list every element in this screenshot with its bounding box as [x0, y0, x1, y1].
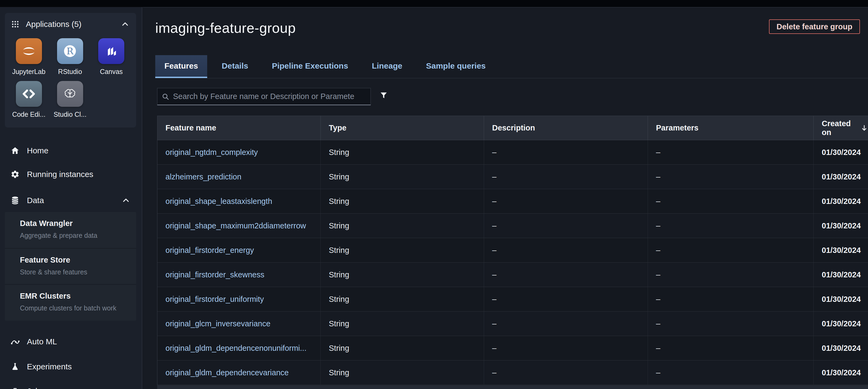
- sidebar-item-data-wrangler[interactable]: Data Wrangler Aggregate & prepare data: [5, 212, 136, 248]
- chevron-down-icon[interactable]: [122, 387, 130, 389]
- sidebar-item-auto-ml[interactable]: Auto ML: [0, 333, 142, 350]
- description-cell: –: [484, 238, 648, 263]
- table-footer-strip: [157, 385, 868, 389]
- chevron-up-icon[interactable]: [122, 196, 130, 204]
- subitem-title: EMR Clusters: [20, 292, 131, 300]
- table-row: original_shape_maximum2ddiameterrow Stri…: [157, 214, 868, 238]
- sidebar-item-feature-store[interactable]: Feature Store Store & share features: [5, 248, 136, 284]
- code-editor-icon: [16, 81, 42, 107]
- parameters-cell: –: [648, 336, 814, 360]
- applications-panel: Applications (5) JupyterLab R RStudio: [5, 13, 136, 128]
- tab-bar: Features Details Pipeline Executions Lin…: [155, 55, 500, 78]
- delete-feature-group-button[interactable]: Delete feature group: [769, 20, 860, 34]
- tab-lineage[interactable]: Lineage: [363, 55, 411, 78]
- app-label: Canvas: [100, 68, 123, 75]
- tab-features[interactable]: Features: [155, 55, 207, 78]
- description-cell: –: [484, 312, 648, 336]
- feature-name-link[interactable]: original_shape_leastaxislength: [165, 197, 272, 206]
- app-tile-code-editor[interactable]: Code Edi...: [9, 81, 49, 118]
- column-header-type[interactable]: Type: [321, 116, 484, 140]
- created-on-cell: 01/30/2024: [814, 336, 868, 360]
- app-tile-studio-classic[interactable]: Studio Cl...: [50, 81, 90, 118]
- column-header-feature-name[interactable]: Feature name: [157, 116, 321, 140]
- applications-label: Applications (5): [26, 20, 82, 29]
- chevron-up-icon[interactable]: [121, 20, 129, 28]
- automl-icon: [10, 337, 21, 346]
- column-header-created-on[interactable]: Created on: [814, 116, 868, 140]
- search-icon: [162, 93, 169, 100]
- sidebar-item-data[interactable]: Data: [0, 192, 142, 209]
- app-tile-rstudio[interactable]: R RStudio: [50, 38, 90, 75]
- created-on-cell: 01/30/2024: [814, 312, 868, 336]
- table-row: original_ngtdm_complexity String – – 01/…: [157, 140, 868, 165]
- feature-name-link[interactable]: original_gldm_dependencenonuniformi...: [165, 344, 307, 353]
- rstudio-icon: R: [57, 38, 83, 64]
- feature-name-link[interactable]: original_ngtdm_complexity: [165, 148, 258, 157]
- created-on-cell: 01/30/2024: [814, 140, 868, 165]
- type-cell: String: [321, 140, 484, 165]
- parameters-cell: –: [648, 140, 814, 165]
- sidebar-item-running-instances[interactable]: Running instances: [0, 166, 142, 183]
- description-cell: –: [484, 165, 648, 189]
- table-row: original_glcm_inversevariance String – –…: [157, 312, 868, 336]
- tab-pipeline-executions[interactable]: Pipeline Executions: [262, 55, 357, 78]
- studio-classic-icon: [57, 81, 83, 107]
- feature-name-link[interactable]: original_firstorder_uniformity: [165, 295, 264, 304]
- table-header-row: Feature name Type Description Parameters…: [157, 116, 868, 140]
- briefcase-icon: [10, 387, 21, 389]
- data-submenu: Data Wrangler Aggregate & prepare data F…: [5, 212, 136, 321]
- sidebar-item-home[interactable]: Home: [0, 142, 142, 159]
- main-content: imaging-feature-group Delete feature gro…: [143, 7, 868, 389]
- type-cell: String: [321, 336, 484, 360]
- sidebar-item-label: Home: [27, 146, 49, 155]
- sidebar-item-jobs[interactable]: Jobs: [0, 383, 142, 389]
- table-row: original_shape_leastaxislength String – …: [157, 189, 868, 214]
- feature-name-link[interactable]: original_shape_maximum2ddiameterrow: [165, 221, 306, 230]
- column-header-description[interactable]: Description: [484, 116, 648, 140]
- filter-icon[interactable]: [379, 91, 388, 100]
- app-label: RStudio: [58, 68, 82, 75]
- feature-name-cell: original_glcm_inversevariance: [157, 312, 321, 336]
- description-cell: –: [484, 140, 648, 165]
- column-header-parameters[interactable]: Parameters: [648, 116, 814, 140]
- database-icon: [10, 196, 21, 205]
- feature-search-input[interactable]: [173, 92, 366, 101]
- parameters-cell: –: [648, 287, 814, 312]
- tab-details[interactable]: Details: [213, 55, 257, 78]
- feature-name-link[interactable]: original_gldm_dependencevariance: [165, 368, 289, 377]
- jupyterlab-icon: [16, 38, 42, 64]
- type-cell: String: [321, 165, 484, 189]
- subitem-description: Store & share features: [20, 268, 131, 276]
- page-title: imaging-feature-group: [155, 20, 296, 36]
- features-table: Feature name Type Description Parameters…: [157, 116, 868, 385]
- app-tile-jupyterlab[interactable]: JupyterLab: [9, 38, 49, 75]
- feature-name-cell: alzheimers_prediction: [157, 165, 321, 189]
- feature-name-link[interactable]: alzheimers_prediction: [165, 172, 241, 181]
- sidebar-item-emr-clusters[interactable]: EMR Clusters Compute clusters for batch …: [5, 284, 136, 320]
- description-cell: –: [484, 263, 648, 287]
- feature-name-link[interactable]: original_firstorder_skewness: [165, 270, 265, 279]
- created-on-cell: 01/30/2024: [814, 189, 868, 214]
- parameters-cell: –: [648, 165, 814, 189]
- subitem-description: Aggregate & prepare data: [20, 232, 131, 239]
- description-cell: –: [484, 287, 648, 312]
- parameters-cell: –: [648, 214, 814, 238]
- applications-header[interactable]: Applications (5): [5, 13, 136, 35]
- table-body: original_ngtdm_complexity String – – 01/…: [157, 140, 868, 385]
- feature-name-link[interactable]: original_firstorder_energy: [165, 246, 254, 255]
- sidebar-item-experiments[interactable]: Experiments: [0, 358, 142, 375]
- table-row: alzheimers_prediction String – – 01/30/2…: [157, 165, 868, 189]
- table-row: original_gldm_dependencevariance String …: [157, 360, 868, 385]
- sidebar-item-label: Experiments: [27, 362, 72, 371]
- subitem-description: Compute clusters for batch work: [20, 304, 131, 312]
- type-cell: String: [321, 214, 484, 238]
- parameters-cell: –: [648, 238, 814, 263]
- app-tile-canvas[interactable]: Canvas: [91, 38, 131, 75]
- feature-name-link[interactable]: original_glcm_inversevariance: [165, 319, 271, 328]
- canvas-icon: [98, 38, 124, 64]
- apps-grid-icon: [11, 20, 20, 29]
- sidebar-item-label: Auto ML: [27, 337, 57, 346]
- description-cell: –: [484, 214, 648, 238]
- type-cell: String: [321, 287, 484, 312]
- tab-sample-queries[interactable]: Sample queries: [417, 55, 495, 78]
